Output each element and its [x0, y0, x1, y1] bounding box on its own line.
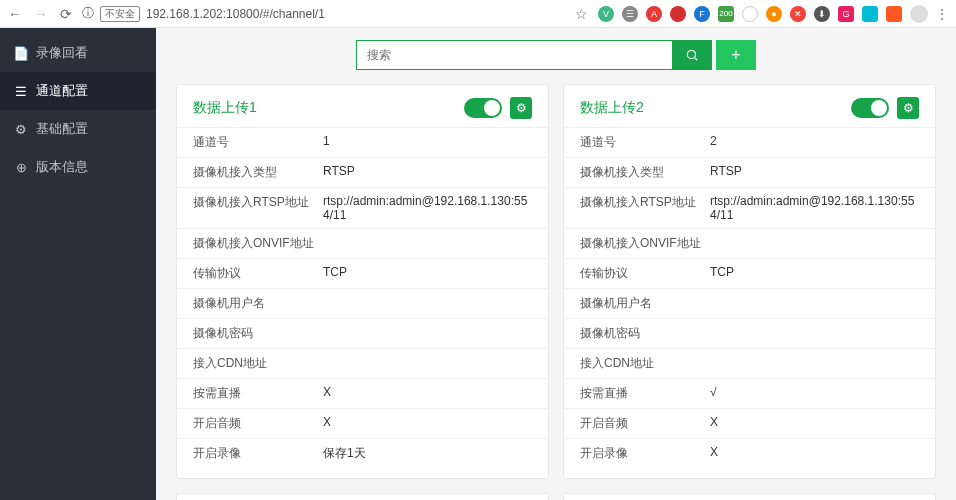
field-value: TCP: [323, 265, 347, 282]
field-row: 按需直播 √: [564, 378, 935, 408]
gear-icon: ⚙: [903, 101, 914, 115]
field-value: rtsp://admin:admin@192.168.1.130:554/11: [710, 194, 919, 222]
field-value: 2: [710, 134, 717, 151]
field-label: 摄像机接入RTSP地址: [580, 194, 710, 222]
field-label: 传输协议: [193, 265, 323, 282]
field-row: 摄像机接入ONVIF地址: [177, 228, 548, 258]
address-bar[interactable]: ⓘ 不安全 192.168.1.202:10800/#/channel/1: [82, 5, 565, 22]
reload-button[interactable]: ⟳: [60, 6, 72, 22]
field-value: X: [323, 415, 331, 432]
field-label: 摄像机接入类型: [580, 164, 710, 181]
field-value: √: [710, 385, 717, 402]
ext-icon[interactable]: ⬇: [814, 6, 830, 22]
enable-toggle[interactable]: [851, 98, 889, 118]
enable-toggle[interactable]: [464, 98, 502, 118]
field-label: 开启录像: [580, 445, 710, 462]
sidebar-item-channel[interactable]: ☰ 通道配置: [0, 72, 156, 110]
field-value: X: [323, 385, 331, 402]
field-row: 摄像机用户名: [564, 288, 935, 318]
field-label: 摄像机接入ONVIF地址: [580, 235, 710, 252]
field-row: 开启音频 X: [564, 408, 935, 438]
sidebar-item-label: 录像回看: [36, 44, 88, 62]
star-icon[interactable]: ☆: [575, 6, 588, 22]
playback-icon: 📄: [14, 46, 28, 60]
field-row: 摄像机接入ONVIF地址: [564, 228, 935, 258]
field-value: 1: [323, 134, 330, 151]
main-content: + 数据上传1 ⚙ 通道号 1 摄像机接入类型 RTSP 摄像机接入RTSP地址…: [156, 28, 956, 500]
sidebar-item-label: 通道配置: [36, 82, 88, 100]
add-button[interactable]: +: [716, 40, 756, 70]
field-value: RTSP: [323, 164, 355, 181]
ext-icon[interactable]: ✕: [790, 6, 806, 22]
settings-button[interactable]: ⚙: [897, 97, 919, 119]
field-row: 接入CDN地址: [177, 348, 548, 378]
gear-icon: ⚙: [516, 101, 527, 115]
field-row: 通道号 2: [564, 127, 935, 157]
abp-ext-icon[interactable]: A: [646, 6, 662, 22]
field-row: 开启录像 保存1天: [177, 438, 548, 468]
field-row: 摄像机接入类型 RTSP: [564, 157, 935, 187]
channel-icon: ☰: [14, 84, 28, 98]
ext-icon[interactable]: [886, 6, 902, 22]
back-button[interactable]: ←: [8, 6, 22, 22]
field-label: 摄像机密码: [193, 325, 323, 342]
field-label: 按需直播: [580, 385, 710, 402]
sidebar-item-version[interactable]: ⊕ 版本信息: [0, 148, 156, 186]
ext-icon[interactable]: [862, 6, 878, 22]
field-row: 通道号 1: [177, 127, 548, 157]
field-label: 传输协议: [580, 265, 710, 282]
field-label: 开启音频: [580, 415, 710, 432]
field-row: 接入CDN地址: [564, 348, 935, 378]
svg-point-0: [687, 50, 695, 58]
field-label: 按需直播: [193, 385, 323, 402]
forward-button[interactable]: →: [34, 6, 48, 22]
sidebar-item-basic[interactable]: ⚙ 基础配置: [0, 110, 156, 148]
ext-icon[interactable]: [742, 6, 758, 22]
field-row: 摄像机接入RTSP地址 rtsp://admin:admin@192.168.1…: [564, 187, 935, 228]
sidebar-item-playback[interactable]: 📄 录像回看: [0, 34, 156, 72]
field-label: 摄像机接入类型: [193, 164, 323, 181]
field-label: 摄像机用户名: [193, 295, 323, 312]
field-value: rtsp://admin:admin@192.168.1.130:554/11: [323, 194, 532, 222]
field-value: X: [710, 445, 718, 462]
settings-button[interactable]: ⚙: [510, 97, 532, 119]
field-row: 摄像机密码: [564, 318, 935, 348]
field-row: 传输协议 TCP: [564, 258, 935, 288]
ext-icon[interactable]: ☰: [622, 6, 638, 22]
field-label: 摄像机用户名: [580, 295, 710, 312]
ext-icon[interactable]: [670, 6, 686, 22]
channel-card: 数据上传3 ⚙ 通道号 3 摄像机接入类型 RTSP 摄像机接入RTSP地址 r…: [176, 493, 549, 500]
field-value: X: [710, 415, 718, 432]
field-row: 传输协议 TCP: [177, 258, 548, 288]
channel-card: 数据上传4 ⚙ 通道号 4 摄像机接入类型 RTSP 摄像机接入RTSP地址 r…: [563, 493, 936, 500]
field-label: 通道号: [193, 134, 323, 151]
field-row: 摄像机密码: [177, 318, 548, 348]
settings-icon: ⚙: [14, 122, 28, 136]
sidebar-item-label: 基础配置: [36, 120, 88, 138]
ext-icon[interactable]: G: [838, 6, 854, 22]
menu-icon[interactable]: ⋮: [936, 7, 948, 21]
info-icon: ⓘ: [82, 5, 94, 22]
ext-icon[interactable]: ●: [766, 6, 782, 22]
sidebar: 📄 录像回看 ☰ 通道配置 ⚙ 基础配置 ⊕ 版本信息: [0, 28, 156, 500]
field-row: 摄像机用户名: [177, 288, 548, 318]
ext-icon[interactable]: 200: [718, 6, 734, 22]
plus-icon: +: [731, 46, 740, 64]
card-title: 数据上传2: [580, 99, 644, 117]
channel-card: 数据上传1 ⚙ 通道号 1 摄像机接入类型 RTSP 摄像机接入RTSP地址 r…: [176, 84, 549, 479]
field-row: 摄像机接入RTSP地址 rtsp://admin:admin@192.168.1…: [177, 187, 548, 228]
search-button[interactable]: [672, 40, 712, 70]
profile-avatar[interactable]: [910, 5, 928, 23]
field-label: 摄像机接入RTSP地址: [193, 194, 323, 222]
field-label: 开启音频: [193, 415, 323, 432]
vue-ext-icon[interactable]: V: [598, 6, 614, 22]
search-input[interactable]: [356, 40, 672, 70]
field-row: 开启音频 X: [177, 408, 548, 438]
field-row: 按需直播 X: [177, 378, 548, 408]
field-label: 通道号: [580, 134, 710, 151]
url-text: 192.168.1.202:10800/#/channel/1: [146, 7, 325, 21]
ext-icon[interactable]: F: [694, 6, 710, 22]
field-value: RTSP: [710, 164, 742, 181]
field-row: 摄像机接入类型 RTSP: [177, 157, 548, 187]
version-icon: ⊕: [14, 160, 28, 174]
